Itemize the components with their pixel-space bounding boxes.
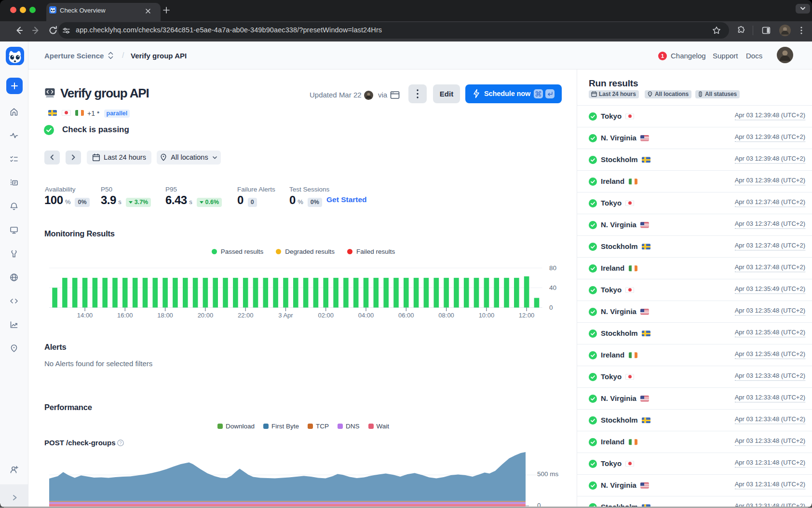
svg-text:20:00: 20:00 bbox=[198, 312, 214, 319]
svg-text:06:00: 06:00 bbox=[398, 312, 414, 319]
svg-text:3 Apr: 3 Apr bbox=[278, 312, 293, 319]
svg-text:08:00: 08:00 bbox=[438, 312, 454, 319]
svg-text:02:00: 02:00 bbox=[318, 312, 334, 319]
svg-text:40: 40 bbox=[549, 284, 556, 291]
svg-text:500 ms: 500 ms bbox=[537, 470, 559, 478]
svg-text:0: 0 bbox=[549, 304, 553, 311]
svg-text:12:00: 12:00 bbox=[519, 312, 535, 319]
svg-text:18:00: 18:00 bbox=[157, 312, 173, 319]
svg-text:14:00: 14:00 bbox=[77, 312, 93, 319]
svg-text:10:00: 10:00 bbox=[479, 312, 495, 319]
svg-text:80: 80 bbox=[549, 264, 556, 272]
svg-text:04:00: 04:00 bbox=[358, 312, 374, 319]
svg-text:22:00: 22:00 bbox=[238, 312, 254, 319]
svg-text:?: ? bbox=[119, 440, 122, 445]
svg-text:16:00: 16:00 bbox=[117, 312, 133, 319]
